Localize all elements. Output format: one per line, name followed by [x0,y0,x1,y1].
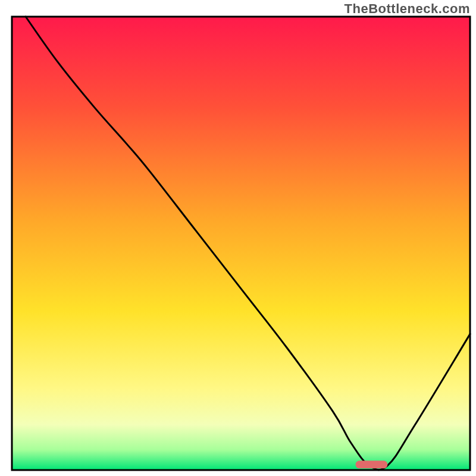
optimal-range-marker [356,461,388,468]
watermark-text: TheBottleneck.com [345,1,470,17]
bottleneck-chart [0,0,476,476]
plot-background [12,17,470,470]
chart-container: TheBottleneck.com [0,0,476,476]
